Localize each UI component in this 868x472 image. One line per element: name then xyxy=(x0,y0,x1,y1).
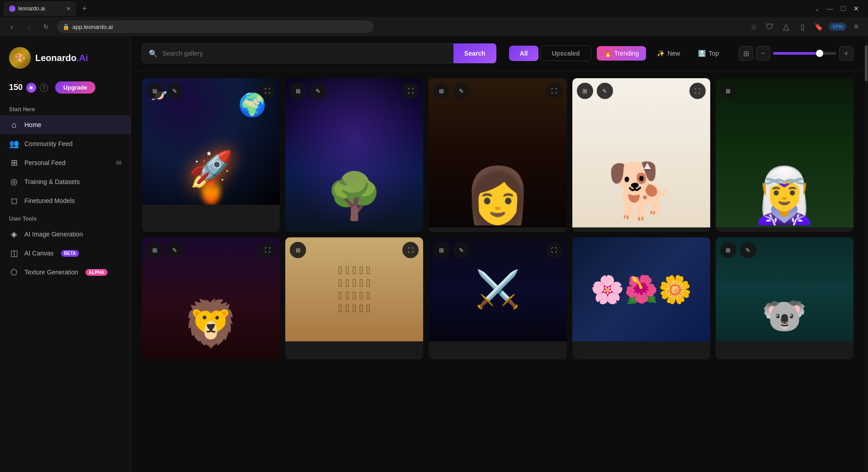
upgrade-button[interactable]: Upgrade xyxy=(55,81,95,94)
search-input[interactable] xyxy=(162,50,447,57)
filter-tab-upscaled[interactable]: Upscaled xyxy=(540,46,591,61)
new-tab-button[interactable]: + xyxy=(78,2,91,15)
lion-grid-btn[interactable]: ⊞ xyxy=(146,242,163,258)
flowers-overlay xyxy=(572,237,710,246)
active-tab[interactable]: leonardo.ai ✕ xyxy=(4,1,76,16)
gallery-item-tree[interactable]: ⊞ ✎ ⛶ xyxy=(285,78,423,232)
sort-new-label: New xyxy=(667,50,680,57)
woman-grid-btn[interactable]: ⊞ xyxy=(433,83,449,99)
bookmark-icon[interactable]: ☆ xyxy=(747,20,760,33)
zoom-slider[interactable] xyxy=(773,52,836,55)
zoom-in-button[interactable]: + xyxy=(839,46,854,61)
gallery-item-woman[interactable]: ⊞ ✎ ⛶ xyxy=(429,78,566,232)
gallery-item-hieroglyphs[interactable]: 𓀀 𓁀 𓂀 𓃀 𓄀𓅀 𓆀 𓇀 𓈀 𓉀𓊀 𓋀 𓌀 𓍀 𓎀𓏀 𓐀 𓑀 𓒀 𓓀 ⊞ ⛶ xyxy=(285,237,423,359)
sidebar-item-image-gen-label: AI Image Generation xyxy=(24,231,83,238)
gallery-item-lion[interactable]: ⊞ ✎ ⛶ xyxy=(142,237,280,359)
address-bar[interactable]: 🔒 app.leonardo.ai xyxy=(57,20,373,33)
koala-edit-btn[interactable]: ✎ xyxy=(740,242,756,258)
woman-expand-btn[interactable]: ⛶ xyxy=(546,83,562,99)
rocket-expand-btn[interactable]: ⛶ xyxy=(259,83,275,99)
search-button[interactable]: Search xyxy=(453,43,496,63)
sort-new-button[interactable]: ✨ New xyxy=(650,46,687,61)
sidebar-item-training-label: Training & Datasets xyxy=(24,178,80,185)
fairy-overlay: ⊞ xyxy=(716,78,854,104)
sort-top-label: Top xyxy=(708,50,719,57)
hieroglyphs-expand-btn[interactable]: ⛶ xyxy=(402,242,419,258)
browser-toolbar: ‹ › ↻ 🔒 app.leonardo.ai ☆ 🛡 △ ▯ 🔖 VPN ≡ xyxy=(0,17,868,36)
sidebar-item-personal-label: Personal Feed xyxy=(24,159,66,166)
window-close[interactable]: ✕ xyxy=(854,5,859,12)
personal-icon: ⊞ xyxy=(9,158,19,168)
sort-trending-button[interactable]: 🔥 Trending xyxy=(597,46,646,61)
sidebar-item-community[interactable]: 👥 Community Feed xyxy=(0,134,131,153)
tab-list-btn[interactable]: ⌄ xyxy=(814,5,820,12)
home-icon: ⌂ xyxy=(9,120,19,130)
extension-icon-2[interactable]: △ xyxy=(780,20,793,33)
scrollbar-thumb[interactable] xyxy=(865,45,868,81)
vpn-badge[interactable]: VPN xyxy=(829,23,846,31)
grid-layout-button[interactable]: ⊞ xyxy=(739,46,753,61)
zoom-out-button[interactable]: − xyxy=(756,46,770,61)
window-minimize[interactable]: — xyxy=(827,5,833,12)
koala-grid-btn[interactable]: ⊞ xyxy=(720,242,736,258)
top-bar: 🔍 Search All Upscaled 🔥 Trending ✨ New xyxy=(131,36,864,71)
search-icon: 🔍 xyxy=(149,49,158,58)
app-container: 🎨 Leonardo.Ai 150 ◉ ? Upgrade Start Here… xyxy=(0,0,868,472)
menu-button[interactable]: ≡ xyxy=(850,20,863,33)
scrollbar-track[interactable] xyxy=(864,36,868,472)
sidebar-item-personal[interactable]: ⊞ Personal Feed 88 xyxy=(0,153,131,172)
community-icon: 👥 xyxy=(9,139,19,149)
warrior-grid-btn[interactable]: ⊞ xyxy=(433,242,449,258)
sidebar-toggle[interactable]: ▯ xyxy=(796,20,809,33)
tree-edit-btn[interactable]: ✎ xyxy=(310,83,326,99)
sort-top-button[interactable]: 🔝 Top xyxy=(691,46,726,61)
sidebar-item-home[interactable]: ⌂ Home xyxy=(0,115,131,134)
sidebar-item-image-gen[interactable]: ◈ AI Image Generation xyxy=(0,225,131,244)
gallery-item-flowers[interactable] xyxy=(572,237,710,359)
tree-grid-btn[interactable]: ⊞ xyxy=(290,83,306,99)
dog-edit-btn[interactable]: ✎ xyxy=(597,83,613,99)
rocket-grid-btn[interactable]: ⊞ xyxy=(146,83,163,99)
gallery-item-dog[interactable]: ⊞ ✎ ⛶ xyxy=(572,78,710,232)
texture-icon: ⬡ xyxy=(9,267,19,277)
sidebar-item-canvas-label: AI Canvas xyxy=(24,250,54,257)
extension-icon-3[interactable]: 🔖 xyxy=(812,20,825,33)
fairy-grid-btn[interactable]: ⊞ xyxy=(720,83,736,99)
filter-tab-all[interactable]: All xyxy=(509,46,539,61)
sidebar-item-canvas[interactable]: ◫ AI Canvas BETA xyxy=(0,244,131,263)
rocket-edit-btn[interactable]: ✎ xyxy=(166,83,183,99)
dog-expand-btn[interactable]: ⛶ xyxy=(689,83,706,99)
warrior-edit-btn[interactable]: ✎ xyxy=(453,242,469,258)
extension-icon-1[interactable]: 🛡 xyxy=(764,20,776,33)
tab-close-button[interactable]: ✕ xyxy=(66,6,71,12)
gallery-item-fairy[interactable]: ⊞ xyxy=(716,78,854,232)
gallery-row-2: ⊞ ✎ ⛶ 𓀀 𓁀 𓂀 𓃀 𓄀𓅀 𓆀 𓇀 𓈀 𓉀𓊀 𓋀 𓌀 𓍀 𓎀𓏀 𓐀 𓑀 𓒀… xyxy=(142,237,854,359)
gallery-item-warrior[interactable]: ⊞ ✎ ⛶ xyxy=(429,237,566,359)
lion-overlay: ⊞ ✎ ⛶ xyxy=(142,237,280,263)
sidebar-item-training[interactable]: ◎ Training & Datasets xyxy=(0,172,131,191)
lion-expand-btn[interactable]: ⛶ xyxy=(259,242,275,258)
refresh-button[interactable]: ↻ xyxy=(40,20,52,33)
sidebar-item-texture[interactable]: ⬡ Texture Generation ALPHA xyxy=(0,263,131,282)
back-button[interactable]: ‹ xyxy=(5,20,18,33)
gallery-item-koala[interactable]: ⊞ ✎ xyxy=(716,237,854,359)
new-icon: ✨ xyxy=(657,50,665,57)
token-icon: ◉ xyxy=(26,83,36,93)
gallery-item-rocket[interactable]: 🪐 ⊞ ✎ ⛶ xyxy=(142,78,280,232)
forward-button[interactable]: › xyxy=(23,20,35,33)
window-maximize[interactable]: ☐ xyxy=(840,5,846,12)
sidebar: 🎨 Leonardo.Ai 150 ◉ ? Upgrade Start Here… xyxy=(0,36,131,472)
help-icon[interactable]: ? xyxy=(40,84,48,92)
warrior-expand-btn[interactable]: ⛶ xyxy=(546,242,562,258)
grid-controls: ⊞ − + xyxy=(739,46,854,61)
woman-edit-btn[interactable]: ✎ xyxy=(453,83,469,99)
tree-expand-btn[interactable]: ⛶ xyxy=(402,83,419,99)
lion-edit-btn[interactable]: ✎ xyxy=(166,242,183,258)
gallery-container: 🪐 ⊞ ✎ ⛶ ⊞ ✎ ⛶ xyxy=(131,71,864,367)
main-content: 🔍 Search All Upscaled 🔥 Trending ✨ New xyxy=(131,36,864,472)
hieroglyphs-grid-btn[interactable]: ⊞ xyxy=(290,242,306,258)
sidebar-item-finetuned[interactable]: ◻ Finetuned Models xyxy=(0,191,131,210)
dog-grid-btn[interactable]: ⊞ xyxy=(577,83,593,99)
finetuned-icon: ◻ xyxy=(9,196,19,206)
image-gen-icon: ◈ xyxy=(9,229,19,239)
